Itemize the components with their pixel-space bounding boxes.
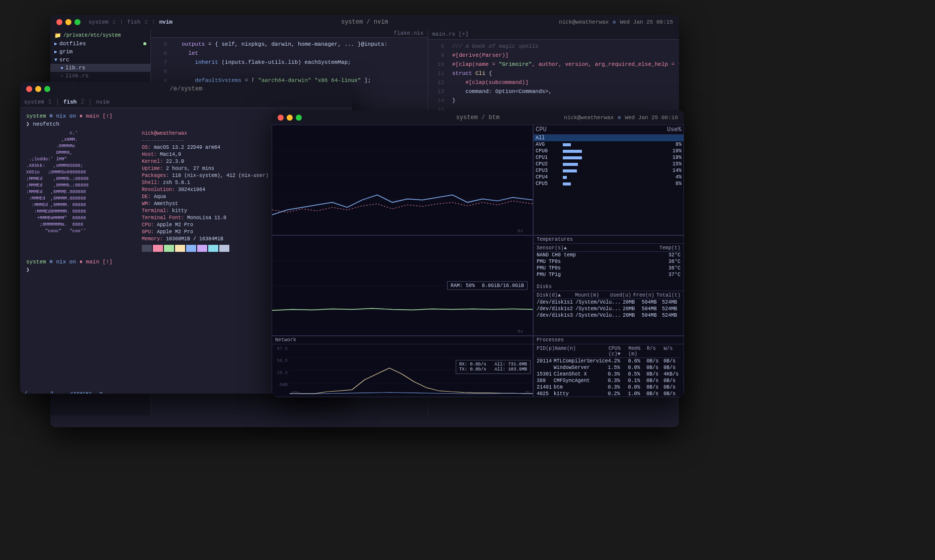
proc-row-mtl[interactable]: 20114 MTLCompilerService 4.2% 0.6% 0B/s …: [537, 358, 681, 364]
proc-rs-mtl: 0B/s: [647, 358, 664, 364]
svg-text:0s: 0s: [518, 329, 523, 334]
proc-row-ws[interactable]: WindowServer 1.5% 0.0% 0B/s 0B/s: [537, 364, 681, 371]
proc-name-cs: CleanShot X: [554, 371, 608, 377]
disk-table-header: Disk(d)▲ Mount(m) Used(u) Free(n) Total(…: [537, 292, 681, 299]
proc-pid-cmf: 389: [537, 378, 554, 384]
btm-maximize-button[interactable]: [296, 115, 302, 121]
btm-title-bar: system / btm nick@weatherwax ⊙ Wed Jan 2…: [272, 111, 684, 125]
proc-row-cs[interactable]: 15301 CleanShot X 0.3% 0.5% 0B/s 4KB/s: [537, 371, 681, 378]
process-panel[interactable]: Processes PID(p) Name(n) CPU%(c)▼ Mem%(m…: [533, 336, 684, 397]
cpu-pct-2: 15%: [666, 161, 682, 167]
network-x-labels: 60s 0s: [290, 391, 533, 396]
temp-panel-title: Temperatures: [534, 236, 684, 244]
prompt-nix: ❄ nix on: [49, 113, 79, 119]
proc-rs-btm: 0B/s: [646, 385, 663, 390]
proc-mem-ws: 0.0%: [628, 365, 646, 370]
terminal-minimize-button[interactable]: [35, 86, 41, 92]
ram-detail: 8.0GiB/16.0GiB: [482, 283, 524, 289]
cpu-table-panel[interactable]: CPU Use% All AVG 8% CPU0: [533, 125, 684, 235]
tab-nvim[interactable]: nvim: [159, 19, 172, 25]
temp-val-pmu1g: 37°C: [645, 272, 681, 277]
svg-text:0s: 0s: [518, 229, 523, 234]
proc-mem-mtl: 0.6%: [628, 358, 647, 364]
ram-label: RAM: 50%: [451, 283, 475, 289]
proc-header-mem: Mem%(m): [628, 346, 647, 357]
terminal-tab-nvim[interactable]: nvim: [96, 99, 109, 105]
proc-cpu-kitty: 0.2%: [608, 391, 628, 397]
color-2: [153, 245, 163, 252]
disk-total-3: 524MB: [662, 313, 681, 318]
file-tree-dotfiles[interactable]: ▶ dotfiles: [50, 40, 150, 48]
clock-icon: ⊙: [613, 19, 616, 25]
temp-header-sensor: Sensor(s)▲: [537, 245, 645, 251]
cpu-row-0[interactable]: CPU0 19%: [534, 148, 684, 154]
cpu-name-avg: AVG: [536, 142, 561, 147]
cpu-row-5[interactable]: CPU5 8%: [534, 180, 684, 187]
temp-val-pmu0s2: 36°C: [645, 265, 681, 271]
file-tree-grim[interactable]: ▶ grim: [50, 48, 150, 56]
traffic-lights[interactable]: [56, 19, 80, 25]
file-tree-src[interactable]: ▼ src: [50, 56, 150, 64]
disk-name-3: /dev/disk1s3: [537, 313, 573, 318]
btm-minimize-button[interactable]: [287, 115, 293, 121]
proc-ws-btm: 0B/s: [663, 385, 681, 390]
network-panel: Network 87.8 58.5 29.3 0KB: [272, 336, 533, 397]
proc-cpu-cmf: 0.3%: [608, 378, 628, 384]
cpu-row-1[interactable]: CPU1 19%: [534, 154, 684, 161]
terminal-maximize-button[interactable]: [44, 86, 50, 92]
proc-row-kitty[interactable]: 4025 kitty 0.2% 1.0% 0B/s 0B/s: [537, 391, 681, 397]
cpu-pct-5: 8%: [666, 181, 682, 186]
disk-section: Disks Disk(d)▲ Mount(m) Used(u) Free(n) …: [534, 283, 684, 320]
temp-sensor-nand: NAND CH0 temp: [537, 252, 645, 258]
color-7: [208, 245, 218, 252]
proc-name-cmf: CMFSyncAgent: [554, 378, 608, 384]
terminal-title-bar: /e/system: [20, 82, 352, 96]
cpu-row-3[interactable]: CPU3 14%: [534, 167, 684, 174]
cpu-bar-2: [563, 163, 664, 166]
temperature-panel: Temperatures Sensor(s)▲ Temp(t) NAND CH0…: [533, 235, 684, 336]
disk-mount-1: /System/Volu...: [575, 300, 621, 305]
cpu-bar-avg: [563, 143, 664, 146]
disk-table: Disk(d)▲ Mount(m) Used(u) Free(n) Total(…: [534, 291, 684, 320]
proc-pid-20114: 20114: [537, 358, 554, 364]
proc-row-btm[interactable]: 21491 btm 0.3% 0.0% 0B/s 0B/s: [537, 384, 681, 391]
tab-fish[interactable]: fish: [127, 19, 140, 25]
cpu-row-2[interactable]: CPU2 15%: [534, 161, 684, 167]
right-panel-header: main.rs [+]: [428, 29, 679, 40]
maximize-button[interactable]: [74, 19, 80, 25]
tab-system[interactable]: system: [89, 19, 109, 25]
nf-uptime: Uptime: 2 hours, 27 mins: [142, 165, 269, 172]
cpu-name-all: All: [536, 135, 561, 141]
network-graph-area: RX: 0.0b/s All: 731.8MB TX: 0.0b/s All: …: [290, 344, 533, 396]
proc-mem-kitty: 1.0%: [628, 391, 646, 397]
minimize-button[interactable]: [65, 19, 71, 25]
proc-row-cmf[interactable]: 389 CMFSyncAgent 0.3% 0.1% 0B/s 0B/s: [537, 378, 681, 384]
right-file-label: main.rs [+]: [432, 31, 469, 37]
neofetch-info-right: nick@weatherwax -------------- OS: macOS…: [142, 130, 269, 252]
net-rx: RX: 0.0b/s All: 731.8MB: [459, 362, 527, 367]
terminal-tab-fish[interactable]: fish: [63, 99, 76, 105]
terminal-traffic-lights[interactable]: [26, 86, 50, 92]
cpu-name-0: CPU0: [536, 148, 561, 154]
file-tree-librs[interactable]: ● lib.rs: [50, 64, 150, 72]
cpu-row-all[interactable]: All: [534, 135, 684, 141]
close-button[interactable]: [56, 19, 62, 25]
cpu-row-avg[interactable]: AVG 8%: [534, 141, 684, 148]
cpu-pct-avg: 8%: [666, 142, 682, 147]
btm-username: nick@weatherwax: [564, 115, 614, 121]
color-5: [186, 245, 196, 252]
file-tree-linkrs[interactable]: ○ link.rs: [50, 72, 150, 80]
btm-close-button[interactable]: [278, 115, 284, 121]
terminal-close-button[interactable]: [26, 86, 32, 92]
proc-ws-kitty: 0B/s: [663, 391, 681, 397]
terminal-tab-1[interactable]: system: [24, 99, 44, 105]
btm-traffic-lights[interactable]: [278, 115, 302, 121]
temp-sensor-pmu0s: PMU TP0s: [537, 259, 645, 264]
proc-rs-cs: 0B/s: [646, 371, 663, 377]
proc-header-cpu: CPU%(c)▼: [609, 346, 629, 357]
prompt-user: system: [26, 113, 46, 119]
nf-kernel: Kernel: 22.3.0: [142, 158, 269, 165]
process-title: Processes: [534, 336, 684, 344]
disk-header-mount: Mount(m): [575, 293, 608, 298]
cpu-row-4[interactable]: CPU4 4%: [534, 174, 684, 180]
